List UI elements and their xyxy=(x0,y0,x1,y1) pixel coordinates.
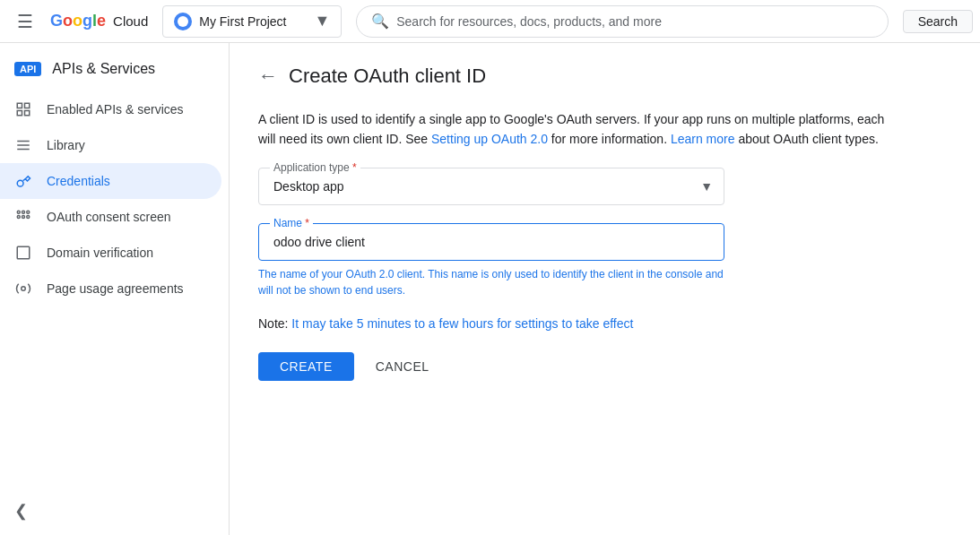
sidebar-item-library[interactable]: Library xyxy=(0,127,221,163)
grid-icon xyxy=(14,100,32,118)
svg-point-9 xyxy=(17,211,20,213)
name-input[interactable] xyxy=(259,224,724,260)
cloud-text: Cloud xyxy=(113,13,148,29)
project-name: My First Project xyxy=(199,14,307,29)
name-hint: The name of your OAuth 2.0 client. This … xyxy=(258,266,724,298)
sidebar-item-oauth-consent[interactable]: OAuth consent screen xyxy=(0,199,221,235)
application-type-container: Application type * Desktop app Web appli… xyxy=(258,168,724,205)
sidebar-item-label: OAuth consent screen xyxy=(47,210,171,224)
application-type-label: Application type * xyxy=(270,161,360,174)
svg-point-14 xyxy=(27,216,30,219)
logo-o2: o xyxy=(73,12,82,30)
svg-rect-15 xyxy=(17,246,30,259)
svg-line-8 xyxy=(23,179,26,181)
sidebar-item-label: Page usage agreements xyxy=(47,281,184,296)
collapse-icon: ❮ xyxy=(14,501,28,521)
create-button[interactable]: CREATE xyxy=(258,352,354,381)
logo-e: e xyxy=(97,12,106,30)
svg-rect-1 xyxy=(25,103,30,108)
svg-point-11 xyxy=(27,211,30,213)
sidebar: API APIs & Services Enabled APIs & servi… xyxy=(0,43,230,535)
application-type-group: Application type * Desktop app Web appli… xyxy=(258,168,724,205)
application-type-select[interactable]: Desktop app Web application Android iOS … xyxy=(259,168,724,204)
google-cloud-logo: Google Cloud xyxy=(50,12,148,30)
note-prefix: Note: xyxy=(258,316,291,331)
library-icon xyxy=(14,136,32,154)
hamburger-icon: ☰ xyxy=(17,11,33,32)
description: A client ID is used to identify a single… xyxy=(258,109,904,150)
project-avatar xyxy=(174,13,192,30)
page-title: Create OAuth client ID xyxy=(289,65,486,88)
menu-button[interactable]: ☰ xyxy=(7,4,43,39)
page-usage-icon xyxy=(14,280,32,298)
note-section: Note: It may take 5 minutes to a few hou… xyxy=(258,316,951,331)
description-text-3: about OAuth client types. xyxy=(735,132,879,146)
svg-point-16 xyxy=(22,287,26,291)
api-badge: API xyxy=(14,62,41,76)
oauth-icon xyxy=(14,208,32,226)
project-avatar-inner xyxy=(178,16,188,27)
svg-rect-3 xyxy=(25,111,30,116)
project-selector[interactable]: My First Project ▼ xyxy=(162,5,342,38)
required-asterisk: * xyxy=(305,217,309,229)
search-button[interactable]: Search xyxy=(903,10,973,33)
form-section: Application type * Desktop app Web appli… xyxy=(258,168,724,298)
logo-o1: o xyxy=(63,12,73,30)
sidebar-item-label: Credentials xyxy=(47,174,110,188)
project-chevron-icon: ▼ xyxy=(314,12,330,30)
collapse-sidebar-button[interactable]: ❮ xyxy=(0,494,230,528)
name-group: Name * The name of your OAuth 2.0 client… xyxy=(258,223,724,298)
sidebar-title: APIs & Services xyxy=(52,61,155,77)
body-layout: API APIs & Services Enabled APIs & servi… xyxy=(0,43,980,535)
sidebar-item-label: Domain verification xyxy=(47,246,153,260)
back-button[interactable]: ← xyxy=(258,65,278,88)
svg-rect-0 xyxy=(17,103,22,108)
learn-more-link[interactable]: Learn more xyxy=(671,132,735,146)
required-asterisk: * xyxy=(352,161,357,174)
search-bar[interactable]: 🔍 Search for resources, docs, products, … xyxy=(356,5,888,38)
search-placeholder: Search for resources, docs, products, an… xyxy=(396,14,872,29)
sidebar-item-enabled-apis[interactable]: Enabled APIs & services xyxy=(0,91,221,127)
main-content: ← Create OAuth client ID A client ID is … xyxy=(230,43,980,535)
description-text-2: for more information. xyxy=(548,132,671,146)
cancel-button[interactable]: CANCEL xyxy=(361,352,444,381)
sidebar-item-page-usage[interactable]: Page usage agreements xyxy=(0,271,221,306)
svg-point-12 xyxy=(17,216,20,219)
svg-rect-2 xyxy=(17,111,22,116)
sidebar-item-domain-verification[interactable]: Domain verification xyxy=(0,235,221,271)
name-label: Name * xyxy=(270,217,313,229)
sidebar-item-credentials[interactable]: Credentials xyxy=(0,163,221,199)
setting-up-oauth-link[interactable]: Setting up OAuth 2.0 xyxy=(431,132,548,146)
key-icon xyxy=(14,172,32,190)
logo-g: G xyxy=(50,12,63,30)
page-header: ← Create OAuth client ID xyxy=(258,65,951,88)
domain-icon xyxy=(14,244,32,262)
svg-point-13 xyxy=(22,216,25,219)
note-highlight: It may take 5 minutes to a few hours for… xyxy=(291,316,633,331)
svg-point-10 xyxy=(22,211,25,213)
topbar: ☰ Google Cloud My First Project ▼ 🔍 Sear… xyxy=(0,0,980,43)
sidebar-item-label: Library xyxy=(47,138,85,152)
logo-g2: g xyxy=(82,12,92,30)
sidebar-item-label: Enabled APIs & services xyxy=(47,102,184,116)
name-container: Name * xyxy=(258,223,724,261)
sidebar-header: API APIs & Services xyxy=(0,50,229,91)
search-icon: 🔍 xyxy=(371,13,389,30)
actions-bar: CREATE CANCEL xyxy=(258,352,951,381)
svg-point-7 xyxy=(17,180,23,186)
